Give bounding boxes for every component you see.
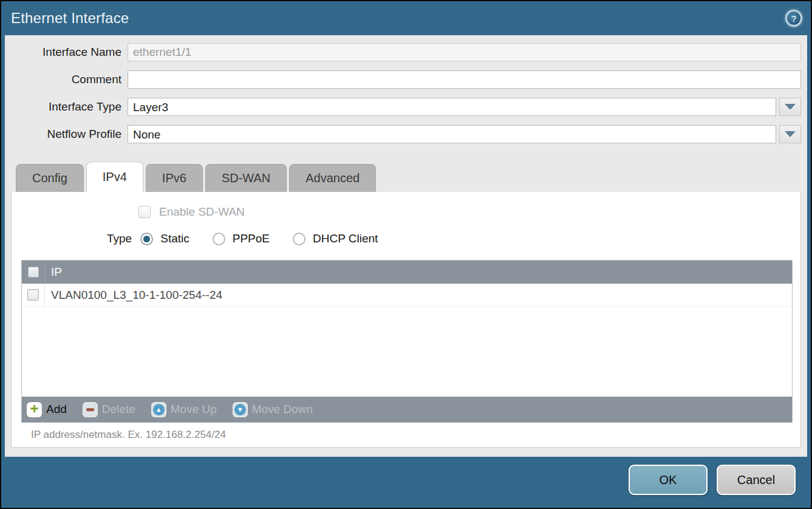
interface-type-select[interactable]: Layer3 [128,98,776,116]
tab-sdwan[interactable]: SD-WAN [205,164,287,192]
arrow-down-icon: ▼ [233,402,248,417]
add-button[interactable]: + Add [27,402,67,417]
add-button-label: Add [46,403,67,416]
interface-type-dropdown-button[interactable] [779,98,801,116]
ip-table-toolbar: + Add Delete ▲ Move Up ▼ [22,397,792,422]
tab-advanced[interactable]: Advanced [289,164,376,192]
minus-icon [83,402,98,417]
tab-config[interactable]: Config [16,164,84,192]
row-checkbox[interactable] [27,289,39,301]
ip-column-header: IP [45,265,62,279]
comment-label: Comment [11,73,128,86]
move-up-button[interactable]: ▲ Move Up [151,402,217,417]
type-radio-static[interactable]: Static [140,232,189,245]
plus-icon: + [27,402,42,417]
radio-label-pppoe: PPPoE [233,232,270,245]
ip-table: IP VLAN0100_L3_10-1-100-254--24 + [21,260,793,423]
radio-label-dhcp: DHCP Client [313,232,378,245]
ipv4-tab-panel: Enable SD-WAN Type Static PPPoE [11,192,801,448]
dialog-body: Interface Name Comment Interface Type La… [5,35,807,457]
netflow-profile-dropdown-button[interactable] [779,125,801,143]
interface-type-label: Interface Type [11,100,128,114]
radio-button-dhcp[interactable] [293,233,305,245]
chevron-down-icon [785,104,796,110]
type-row: Type Static PPPoE DHCP Client [107,232,793,245]
help-icon[interactable]: ? [785,10,802,27]
delete-button-label: Delete [102,403,135,416]
netflow-profile-select[interactable]: None [128,125,776,143]
type-radio-pppoe[interactable]: PPPoE [213,232,270,245]
ip-helper-text: IP address/netmask. Ex. 192.168.2.254/24 [21,423,793,441]
radio-button-pppoe[interactable] [213,233,225,245]
arrow-up-icon: ▲ [151,402,166,417]
interface-name-row: Interface Name [11,43,801,61]
type-radio-dhcp[interactable]: DHCP Client [293,232,378,245]
enable-sdwan-row: Enable SD-WAN [138,205,793,219]
select-all-checkbox[interactable] [28,267,39,278]
tab-bar: Config IPv4 IPv6 SD-WAN Advanced [16,162,801,192]
chevron-down-icon [785,131,796,137]
delete-button[interactable]: Delete [83,402,135,417]
enable-sdwan-label: Enable SD-WAN [159,205,245,219]
move-down-button[interactable]: ▼ Move Down [233,402,313,417]
ip-table-body: VLAN0100_L3_10-1-100-254--24 [22,284,792,397]
cancel-button[interactable]: Cancel [717,465,796,495]
row-check-cell [22,284,45,306]
move-down-button-label: Move Down [252,403,313,416]
interface-name-input [128,43,801,61]
interface-type-row: Interface Type Layer3 [11,98,801,116]
screenshot-frame: Ethernet Interface ? Interface Name Comm… [0,0,812,509]
netflow-profile-label: Netflow Profile [11,128,128,141]
enable-sdwan-checkbox[interactable] [138,206,151,218]
ethernet-interface-dialog: Ethernet Interface ? Interface Name Comm… [1,1,811,508]
tab-ipv4[interactable]: IPv4 [86,162,143,192]
table-row[interactable]: VLAN0100_L3_10-1-100-254--24 [22,284,792,307]
type-label: Type [107,232,132,245]
comment-row: Comment [11,70,801,89]
ok-button[interactable]: OK [629,465,708,495]
netflow-profile-row: Netflow Profile None [11,125,801,143]
tab-ipv6[interactable]: IPv6 [146,164,203,192]
dialog-titlebar: Ethernet Interface ? [1,1,811,35]
interface-name-label: Interface Name [11,46,128,59]
radio-button-static[interactable] [140,233,153,245]
dialog-footer: OK Cancel [1,457,811,508]
ip-cell-value[interactable]: VLAN0100_L3_10-1-100-254--24 [45,289,222,302]
dialog-title: Ethernet Interface [11,10,129,27]
ip-table-header: IP [22,261,792,284]
move-up-button-label: Move Up [171,403,217,416]
comment-input[interactable] [128,70,801,89]
header-check-cell [22,261,45,284]
radio-label-static: Static [160,232,189,245]
